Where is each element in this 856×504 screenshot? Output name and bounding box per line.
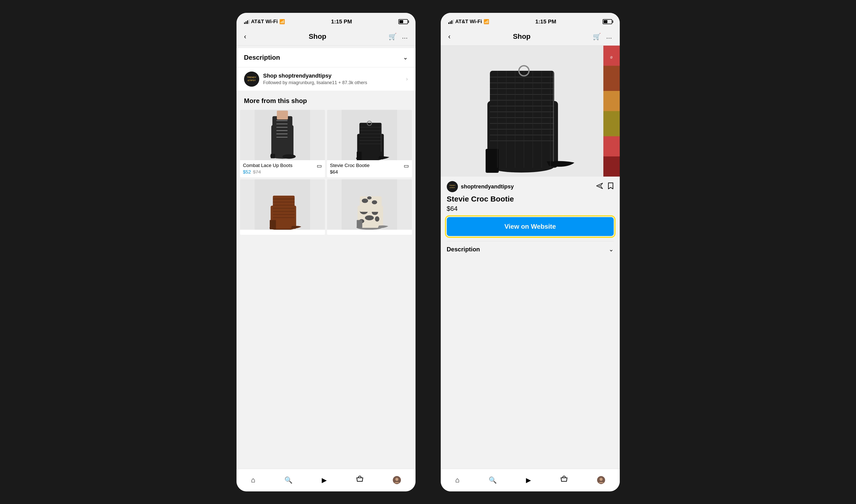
- nav-home[interactable]: ⌂: [251, 476, 255, 484]
- battery-area: [398, 19, 408, 24]
- product-card-2[interactable]: Stevie Croc Bootie $64 ▭: [327, 110, 412, 177]
- svg-text:@: @: [610, 56, 613, 59]
- product-price-2: $64: [330, 169, 370, 175]
- side-image: @: [603, 46, 620, 177]
- nav-shop[interactable]: [356, 476, 364, 484]
- status-bar-left: AT&T Wi-Fi 📶 1:15 PM: [237, 13, 415, 28]
- svg-rect-33: [273, 196, 294, 211]
- shop-chevron-icon: ›: [406, 76, 408, 83]
- svg-point-90: [447, 181, 458, 192]
- description-row-right[interactable]: Description ⌄: [447, 241, 614, 257]
- svg-rect-60: [490, 71, 554, 111]
- wifi-icon-right: 📶: [484, 19, 489, 24]
- bottom-nav-left: ⌂ 🔍 ▶: [237, 469, 415, 491]
- bookmark-icon-2[interactable]: ▭: [404, 163, 409, 169]
- back-button[interactable]: ‹: [244, 33, 246, 40]
- svg-rect-85: [603, 91, 620, 111]
- nav-search[interactable]: 🔍: [285, 476, 292, 484]
- description-section[interactable]: Description ⌄: [237, 48, 415, 67]
- product-grid: Combat Lace Up Boots $52 $74 ▭: [237, 108, 415, 237]
- svg-rect-15: [277, 111, 288, 120]
- svg-text:TRENDY: TRENDY: [449, 185, 455, 186]
- svg-point-46: [365, 215, 374, 220]
- product-card-3[interactable]: [240, 179, 325, 235]
- status-left-right: AT&T Wi-Fi 📶: [448, 19, 489, 24]
- sale-price-1: $52: [243, 169, 251, 175]
- cart-icon[interactable]: 🛒: [389, 33, 397, 40]
- svg-rect-8: [271, 154, 275, 158]
- svg-rect-86: [603, 111, 620, 136]
- svg-point-53: [367, 196, 372, 199]
- svg-rect-83: [603, 46, 620, 66]
- battery-icon: [398, 19, 408, 24]
- shop-avatar: TRENDY &TIPSY: [244, 72, 259, 87]
- cart-icon-right[interactable]: 🛒: [593, 33, 601, 40]
- nav-icons-left: 🛒 …: [389, 33, 408, 40]
- nav-profile[interactable]: [393, 476, 401, 484]
- shop-name: Shop shoptrendyandtipsy: [263, 73, 402, 79]
- product-info-1: Combat Lace Up Boots $52 $74 ▭: [240, 160, 325, 177]
- svg-rect-32: [270, 220, 276, 229]
- svg-point-7: [283, 154, 296, 159]
- product-image-2: [327, 110, 412, 160]
- seller-avatar: TRENDY &TIPSY: [447, 181, 458, 192]
- nav-title-left: Shop: [309, 33, 326, 40]
- view-on-website-button[interactable]: View on Website: [447, 217, 614, 236]
- product-card-4[interactable]: [327, 179, 412, 235]
- back-button-right[interactable]: ‹: [448, 33, 450, 40]
- shop-row[interactable]: TRENDY &TIPSY Shop shoptrendyandtipsy Fo…: [237, 68, 415, 91]
- more-title: More from this shop: [244, 97, 307, 105]
- nav-reels-right[interactable]: ▶: [526, 476, 531, 484]
- product-title: Stevie Croc Bootie: [447, 195, 614, 203]
- product-info-2: Stevie Croc Bootie $64 ▭: [327, 160, 412, 177]
- svg-text:&TIPSY: &TIPSY: [247, 79, 256, 82]
- shop-followers: Followed by miagrunburg, lisalane11 + 87…: [263, 80, 402, 85]
- more-icon-right[interactable]: …: [606, 33, 612, 40]
- wifi-icon: 📶: [279, 19, 285, 24]
- time-display: 1:15 PM: [331, 18, 352, 25]
- carrier-label-right: AT&T Wi-Fi: [455, 19, 482, 24]
- signal-icon: [244, 19, 250, 24]
- battery-icon-right: [603, 19, 612, 24]
- nav-bar-left: ‹ Shop 🛒 …: [237, 28, 415, 46]
- product-info-3: [240, 230, 325, 235]
- seller-row: TRENDY &TIPSY shoptrendyandtipsy: [447, 181, 614, 192]
- product-name-1: Combat Lace Up Boots: [243, 163, 292, 168]
- product-hero-image: @: [441, 46, 620, 177]
- save-icon[interactable]: [607, 182, 614, 191]
- description-label-right: Description: [447, 246, 480, 253]
- chevron-down-icon: ⌄: [403, 54, 408, 61]
- original-price-1: $74: [253, 169, 261, 175]
- svg-point-95: [600, 478, 603, 481]
- product-detail-section: TRENDY &TIPSY shoptrendyandtipsy: [441, 177, 620, 469]
- nav-home-right[interactable]: ⌂: [455, 476, 459, 484]
- svg-point-55: [395, 478, 398, 481]
- nav-profile-right[interactable]: [597, 476, 605, 484]
- signal-icon-right: [448, 19, 454, 24]
- svg-text:TRENDY: TRENDY: [247, 76, 256, 78]
- svg-rect-87: [603, 136, 620, 157]
- nav-title-right: Shop: [513, 33, 530, 40]
- nav-shop-right[interactable]: [560, 476, 568, 484]
- svg-point-52: [372, 200, 377, 204]
- time-display-right: 1:15 PM: [535, 18, 556, 25]
- product-card-1[interactable]: Combat Lace Up Boots $52 $74 ▭: [240, 110, 325, 177]
- nav-reels[interactable]: ▶: [322, 476, 327, 484]
- svg-point-51: [362, 198, 368, 203]
- share-icon[interactable]: [596, 182, 603, 191]
- bookmark-icon-1[interactable]: ▭: [317, 163, 322, 169]
- description-chevron-icon: ⌄: [609, 246, 614, 253]
- product-name-2: Stevie Croc Bootie: [330, 163, 370, 168]
- seller-actions: [596, 182, 614, 191]
- svg-point-48: [375, 216, 379, 221]
- product-image-1: [240, 110, 325, 160]
- shop-info: Shop shoptrendyandtipsy Followed by miag…: [263, 73, 402, 85]
- product-image-3: [240, 179, 325, 230]
- product-info-4: [327, 230, 412, 235]
- more-icon[interactable]: …: [401, 33, 408, 40]
- product-price: $64: [447, 205, 614, 213]
- svg-rect-19: [357, 151, 362, 160]
- svg-rect-88: [603, 157, 620, 177]
- nav-search-right[interactable]: 🔍: [489, 476, 497, 484]
- description-label: Description: [244, 54, 280, 61]
